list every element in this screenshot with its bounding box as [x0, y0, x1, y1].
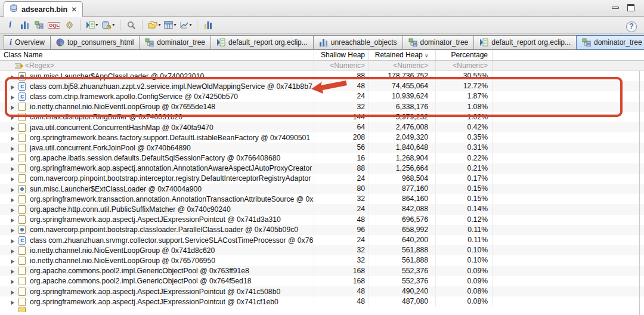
expand-triangle-icon[interactable]: ▶	[11, 146, 14, 152]
expand-triangle-icon[interactable]: ▶	[11, 135, 14, 141]
table-row[interactable]: ▶io.netty.channel.nio.NioEventLoopGroup …	[0, 255, 644, 265]
expand-triangle-icon[interactable]: ▶	[11, 84, 14, 90]
maximize-icon[interactable]	[627, 4, 636, 11]
column-header-percentage[interactable]: Percentage	[435, 50, 488, 61]
chevron-down-icon[interactable]: ▾	[174, 23, 176, 27]
table-row[interactable]: ▶com.lmax.disruptor.RingBuffer @ 0x74003…	[0, 112, 644, 122]
object-instance-icon	[18, 123, 27, 132]
chevron-down-icon[interactable]: ▾	[95, 23, 98, 27]
expand-triangle-icon[interactable]: ▶	[11, 258, 14, 264]
sort-descending-icon: ∨	[425, 53, 428, 58]
tab-dominator-tree[interactable]: dominator_tree	[139, 35, 211, 50]
chevron-down-icon[interactable]: ▾	[158, 23, 160, 27]
shallow-filter-input[interactable]: <Numeric>	[314, 61, 365, 71]
toolbar-overview-info-button[interactable]: i	[4, 18, 17, 32]
column-header-retained-heap[interactable]: Retained Heap ∨	[369, 50, 428, 61]
table-row[interactable]: ▶cclass com.ctrip.framework.apollo.Confi…	[0, 91, 644, 101]
expand-triangle-icon[interactable]: ▶	[11, 248, 14, 254]
toolbar-histogram-button[interactable]	[18, 18, 31, 32]
expand-triangle-icon[interactable]: ▶	[11, 218, 14, 224]
expand-triangle-icon[interactable]: ▶	[11, 207, 14, 213]
tab-dominator-tree[interactable]: dominator_tree✕	[576, 35, 644, 50]
percentage-filter-input[interactable]: <Numeric>	[435, 61, 488, 71]
table-row[interactable]: ▶org.springframework.aop.aspectj.AspectJ…	[0, 286, 644, 297]
editor-tab-adsearch[interactable]: adsearch.bin ✕	[4, 1, 83, 17]
help-icon[interactable]: ?	[626, 21, 637, 32]
retained-cell: 178,736,752	[369, 71, 428, 81]
expand-triangle-icon[interactable]: ▶	[11, 228, 14, 234]
table-row[interactable]: ▶sun.misc.Launcher$ExtClassLoader @ 0x74…	[0, 184, 644, 194]
table-row[interactable]: ▶java.util.concurrent.ForkJoinPool @ 0x7…	[0, 143, 644, 153]
chevron-down-icon[interactable]: ▾	[189, 23, 191, 27]
table-row[interactable]: ▶java.util.concurrent.ConcurrentHashMap …	[0, 122, 644, 132]
tab-top-consumers-html[interactable]: top_consumers_html	[50, 35, 140, 50]
toolbar-search-button[interactable]	[125, 18, 138, 32]
table-row[interactable]: ▶org.springframework.aop.aspectj.annotat…	[0, 163, 644, 174]
pct-cell: 0.15%	[435, 184, 488, 194]
table-row[interactable]: ▶org.apache.http.conn.util.PublicSuffixM…	[0, 204, 644, 214]
table-row[interactable]: ▶org.springframework.aop.aspectj.AspectJ…	[0, 297, 644, 307]
class-name-cell: org.springframework.aop.aspectj.annotati…	[30, 164, 314, 172]
expand-triangle-icon[interactable]: ▶	[11, 289, 14, 295]
expand-triangle-icon[interactable]: ▶	[11, 104, 14, 110]
table-row[interactable]: ▶sun.misc.Launcher$AppClassLoader @ 0x74…	[0, 71, 644, 81]
pct-cell: 0.42%	[435, 122, 488, 132]
table-row[interactable]: ▶org.springframework.aop.aspectj.AspectJ…	[0, 215, 644, 225]
memory-analyzer-window: adsearch.bin ✕ iOQL▾▾▾▾▾ ? iOverviewtop_…	[0, 0, 644, 315]
table-row[interactable]: ▶org.apache.commons.pool2.impl.GenericOb…	[0, 266, 644, 276]
tab-unreachable-objects[interactable]: unreachable_objects	[313, 35, 403, 50]
histogram-icon	[20, 21, 29, 29]
shallow-cell: 24	[314, 174, 365, 184]
toolbar-run-report-button[interactable]: ▾	[85, 18, 99, 32]
table-row[interactable]: ▶cclass com.bj58.zhuanzhuan.zzpt.v2.serv…	[0, 81, 644, 91]
toolbar-dominator-tree-button[interactable]	[32, 18, 45, 32]
toolbar-heap-queries-button[interactable]: ▾	[100, 18, 116, 32]
column-header-shallow-heap[interactable]: Shallow Heap	[314, 50, 365, 61]
class-name-cell: org.springframework.aop.aspectj.AspectJE…	[30, 288, 314, 296]
toolbar-expert-system-button[interactable]	[63, 18, 76, 32]
minimize-icon[interactable]	[612, 4, 620, 11]
toolbar-export-button[interactable]: ▾	[178, 18, 193, 32]
expand-triangle-icon[interactable]: ▶	[11, 115, 14, 121]
retained-filter-input[interactable]: <Numeric>	[369, 61, 428, 71]
table-row[interactable]: ▶io.netty.channel.nio.NioEventLoopGroup …	[0, 245, 644, 255]
shallow-cell: 56	[314, 143, 365, 153]
column-header-class-name[interactable]: Class Name	[4, 50, 42, 61]
expand-triangle-icon[interactable]: ▶	[11, 187, 14, 193]
expand-triangle-icon[interactable]: ▶	[11, 74, 14, 80]
retained-cell: 864,160	[369, 194, 428, 204]
regex-filter-input[interactable]: <Regex>	[25, 61, 54, 71]
toolbar-oql-button[interactable]: OQL	[47, 18, 61, 32]
toolbar-grouping-button[interactable]: ▾	[147, 18, 162, 32]
expand-triangle-icon[interactable]: ▶	[11, 166, 14, 172]
tab-default-report-org-eclip[interactable]: default_report org.eclip...	[210, 35, 314, 50]
table-row[interactable]: ▶org.apache.commons.pool2.impl.GenericOb…	[0, 276, 644, 286]
table-row[interactable]: ▶org.apache.ibatis.session.defaults.Defa…	[0, 153, 644, 163]
table-row[interactable]: ▶org.springframework.transaction.annotat…	[0, 194, 644, 204]
toolbar-calculator-button[interactable]: ▾	[163, 18, 177, 32]
expand-triangle-icon[interactable]: ▶	[11, 156, 14, 162]
class-object-icon: c	[18, 82, 27, 91]
tab-overview[interactable]: iOverview	[4, 35, 51, 50]
table-row[interactable]: ▶org.springframework.beans.factory.suppo…	[0, 132, 644, 143]
expand-triangle-icon[interactable]: ▶	[11, 279, 14, 285]
retained-cell: 2,476,008	[369, 122, 428, 132]
tab-default-report-org-eclip[interactable]: default_report org.eclip...	[473, 35, 577, 50]
expand-triangle-icon[interactable]: ▶	[11, 299, 14, 305]
chevron-down-icon[interactable]: ▾	[112, 23, 114, 27]
expand-triangle-icon[interactable]: ▶	[11, 197, 14, 203]
table-row[interactable]: ▶com.navercorp.pinpoint.bootstrap.classl…	[0, 225, 644, 235]
retained-cell: 640,200	[369, 235, 428, 245]
expand-triangle-icon[interactable]: ▶	[11, 268, 14, 274]
expand-triangle-icon[interactable]: ▶	[11, 177, 14, 183]
toolbar-compare-button[interactable]	[202, 18, 215, 32]
close-icon[interactable]: ✕	[71, 5, 77, 14]
expand-triangle-icon[interactable]: ▶	[11, 238, 14, 244]
shallow-cell: 208	[314, 132, 365, 143]
table-row[interactable]: ▶io.netty.channel.nio.NioEventLoopGroup …	[0, 102, 644, 112]
expand-triangle-icon[interactable]: ▶	[11, 125, 14, 131]
table-row[interactable]: ▶cclass com.zhuanzhuan.srvmgr.collector.…	[0, 235, 644, 245]
tab-dominator-tree[interactable]: dominator_tree	[402, 35, 475, 50]
table-row[interactable]: ▶com.navercorp.pinpoint.bootstrap.interc…	[0, 174, 644, 184]
expand-triangle-icon[interactable]: ▶	[11, 94, 14, 100]
